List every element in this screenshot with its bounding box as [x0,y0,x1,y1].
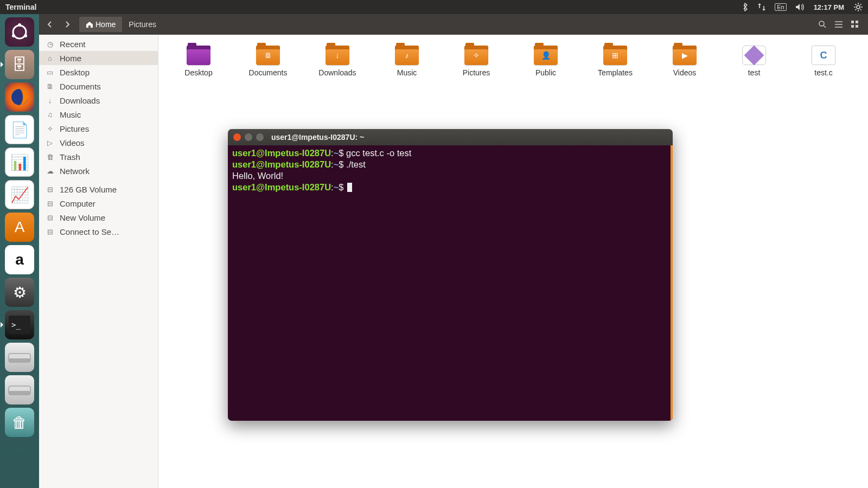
folder-icon: ♪ [395,46,419,65]
sidebar-item-label: Trash [60,152,80,162]
svg-rect-9 [9,391,30,395]
file-label: Downloads [318,68,356,77]
svg-rect-14 [856,25,858,28]
sidebar-item-label: Recent [60,40,86,49]
sidebar-item-label: New Volume [60,213,105,222]
launcher-libreoffice-impress[interactable]: 📈 [5,180,34,209]
launcher-trash[interactable]: 🗑 [5,408,34,437]
clock[interactable]: 12:17 PM [809,3,848,11]
nav-forward-button[interactable] [60,17,75,32]
sidebar-item-label: Videos [60,138,85,147]
sidebar-item-desktop[interactable]: ▭Desktop [39,65,158,79]
breadcrumb-pictures[interactable]: Pictures [122,17,163,32]
place-icon: ◷ [46,40,54,48]
terminal-cursor [347,183,352,192]
file-item-documents[interactable]: 🗎Documents [243,46,293,77]
unity-launcher: 🗄📄📊📈Aa⚙>_🗑 [0,14,39,488]
breadcrumb: HomePictures [79,17,163,32]
sound-icon[interactable] [791,3,809,11]
launcher-libreoffice-calc[interactable]: 📊 [5,147,34,177]
sidebar-item-downloads[interactable]: ↓Downloads [39,93,158,107]
file-label: test.c [814,68,832,77]
file-item-public[interactable]: 👤Public [521,46,571,77]
window-minimize-button[interactable] [245,133,252,141]
c-source-icon: C [812,46,835,65]
file-item-downloads[interactable]: ↓Downloads [312,46,362,77]
view-list-icon[interactable] [833,19,844,30]
file-item-test-c[interactable]: Ctest.c [799,46,848,77]
place-icon: ▭ [46,68,54,76]
terminal-line: user1@Impetus-I0287U:~$ ./test [232,159,666,170]
sidebar-item-recent[interactable]: ◷Recent [39,37,158,51]
file-label: Documents [249,68,288,77]
file-item-pictures[interactable]: ✧Pictures [451,46,501,77]
sidebar-item-label: Computer [60,199,95,208]
sidebar-item-label: Connect to Se… [60,227,119,236]
svg-rect-7 [9,358,30,362]
breadcrumb-home[interactable]: Home [79,17,122,32]
folder-icon [187,46,210,65]
terminal-titlebar[interactable]: user1@Impetus-I0287U: ~ [228,129,673,145]
system-menu-icon[interactable] [848,3,868,11]
launcher-ubuntu-software[interactable]: A [5,213,34,242]
launcher-libreoffice-writer[interactable]: 📄 [5,115,34,144]
window-close-button[interactable] [233,133,241,141]
launcher-firefox[interactable] [5,82,34,112]
active-app-name: Terminal [0,3,42,11]
file-item-music[interactable]: ♪Music [382,46,432,77]
launcher-drive-1[interactable] [5,343,34,372]
launcher-files[interactable]: 🗄 [5,50,34,79]
place-icon: ⊟ [46,214,54,222]
search-icon[interactable] [817,19,828,30]
sidebar-item-computer[interactable]: ⊟Computer [39,196,158,210]
terminal-window[interactable]: user1@Impetus-I0287U: ~ user1@Impetus-I0… [228,129,673,421]
svg-point-0 [857,5,860,9]
sidebar-item-network[interactable]: ☁Network [39,164,158,178]
folder-icon: ⊞ [603,46,627,65]
sidebar-item-label: Network [60,166,90,176]
sidebar-item-documents[interactable]: 🗎Documents [39,79,158,93]
sidebar-item-label: Documents [60,82,101,91]
file-item-videos[interactable]: ▶Videos [660,46,710,77]
launcher-drive-2[interactable] [5,375,34,404]
svg-rect-13 [851,25,854,28]
launcher-amazon[interactable]: a [5,245,34,274]
place-icon: ☁ [46,167,54,175]
place-icon: ✧ [46,125,54,133]
svg-point-10 [819,21,824,26]
bluetooth-icon[interactable] [738,3,753,11]
keyboard-indicator[interactable]: En [770,3,790,11]
svg-point-2 [18,23,21,27]
sidebar-item-home[interactable]: ⌂Home [39,51,158,65]
files-sidebar: ◷Recent⌂Home▭Desktop🗎Documents↓Downloads… [39,35,158,488]
terminal-line: user1@Impetus-I0287U:~$ gcc test.c -o te… [232,147,666,159]
sidebar-item-label: Home [60,54,81,63]
file-item-desktop[interactable]: Desktop [174,46,224,77]
sidebar-item-new-volume[interactable]: ⊟New Volume [39,210,158,224]
window-maximize-button[interactable] [256,133,264,141]
launcher-ubuntu-dash[interactable] [5,17,34,47]
sidebar-item-connect-to-se-[interactable]: ⊟Connect to Se… [39,224,158,239]
files-toolbar: HomePictures [39,14,868,35]
sidebar-item-label: Pictures [60,124,89,133]
sidebar-item-trash[interactable]: 🗑Trash [39,150,158,164]
nav-back-button[interactable] [42,17,58,32]
file-item-test[interactable]: test [729,46,779,77]
file-item-templates[interactable]: ⊞Templates [590,46,640,77]
sidebar-item-label: Desktop [60,68,90,77]
sidebar-item-pictures[interactable]: ✧Pictures [39,121,158,136]
folder-icon: ▶ [673,46,697,65]
svg-rect-11 [851,21,854,23]
sidebar-item-label: 126 GB Volume [60,185,117,194]
terminal-body[interactable]: user1@Impetus-I0287U:~$ gcc test.c -o te… [228,145,673,421]
folder-icon: ↓ [326,46,349,65]
sidebar-item-videos[interactable]: ▷Videos [39,136,158,150]
view-grid-icon[interactable] [850,19,860,30]
launcher-system-settings[interactable]: ⚙ [5,278,34,307]
sidebar-item-126-gb-volume[interactable]: ⊟126 GB Volume [39,182,158,196]
network-icon[interactable] [753,3,770,11]
place-icon: ⌂ [46,54,54,62]
sidebar-item-music[interactable]: ♫Music [39,107,158,121]
file-label: Public [535,68,556,77]
launcher-terminal[interactable]: >_ [5,310,34,339]
